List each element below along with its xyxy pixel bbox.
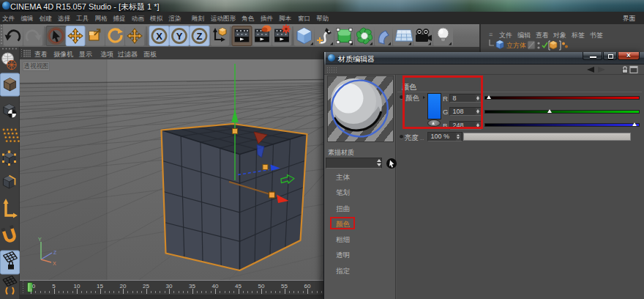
svg-text:X: X [156, 31, 162, 42]
svg-text:立方体: 立方体 [506, 42, 526, 49]
svg-text:Y: Y [176, 31, 183, 42]
svg-text:Z: Z [53, 250, 57, 255]
svg-text:Z: Z [197, 31, 203, 42]
svg-text:Y: Y [38, 237, 42, 242]
svg-text:X: X [53, 261, 56, 266]
